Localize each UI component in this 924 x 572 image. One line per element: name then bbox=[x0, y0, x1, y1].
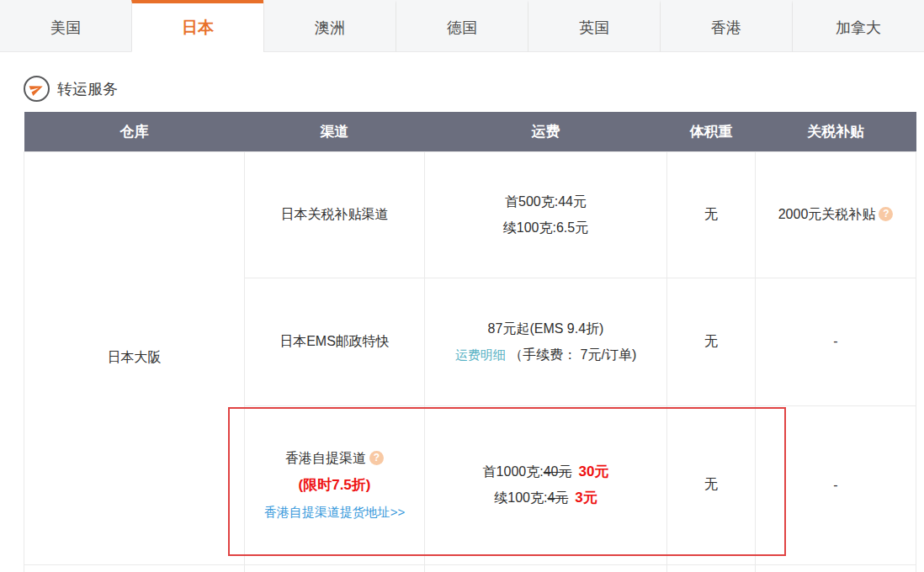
warehouse-cell: 日本大阪 bbox=[24, 151, 245, 564]
tab-canada[interactable]: 加拿大 bbox=[792, 0, 924, 52]
freight-table: 仓库 渠道 运费 体积重 关税补贴 日本大阪 日本关税补贴渠道 首500克:44… bbox=[24, 112, 916, 572]
channel-cell: 日本EMS邮政特快 bbox=[245, 278, 425, 405]
pickup-address-link[interactable]: 香港自提渠道提货地址>> bbox=[264, 505, 406, 519]
volumetric-cell: 无 bbox=[667, 405, 756, 564]
fee-cell: 首1000克:40元30元 续100克:4元3元 bbox=[425, 405, 667, 564]
section-head: 转运服务 bbox=[24, 76, 118, 102]
tab-japan[interactable]: 日本 bbox=[131, 0, 263, 52]
fee-first-weight: 首500克:44元 bbox=[425, 193, 666, 211]
fee-cell: 87元起(EMS 9.4折) 运费明细 （手续费： 7元/订单) bbox=[425, 278, 667, 405]
subsidy-cell: 2000元关税补贴? bbox=[756, 151, 916, 278]
header-channel: 渠道 bbox=[245, 112, 425, 151]
tab-usa[interactable]: 美国 bbox=[0, 0, 131, 52]
table-row-partial bbox=[24, 564, 916, 572]
header-volumetric: 体积重 bbox=[667, 112, 756, 151]
volumetric-cell: 无 bbox=[667, 151, 756, 278]
table-header-row: 仓库 渠道 运费 体积重 关税补贴 bbox=[24, 112, 916, 151]
country-tabbar: 美国 日本 澳洲 德国 英国 香港 加拿大 bbox=[0, 0, 924, 52]
section-title: 转运服务 bbox=[57, 79, 118, 99]
old-price: 40元 bbox=[544, 464, 572, 479]
channel-text: 香港自提渠道 bbox=[285, 451, 366, 465]
tab-australia[interactable]: 澳洲 bbox=[263, 0, 396, 52]
subsidy-cell: - bbox=[756, 278, 916, 405]
table-row: 日本大阪 日本关税补贴渠道 首500克:44元 续100克:6.5元 无 200… bbox=[24, 151, 916, 278]
fee-service-note: （手续费： 7元/订单) bbox=[509, 347, 636, 362]
tab-germany[interactable]: 德国 bbox=[396, 0, 528, 52]
header-warehouse: 仓库 bbox=[24, 112, 245, 151]
promo-label: (限时7.5折) bbox=[245, 476, 424, 495]
tab-uk[interactable]: 英国 bbox=[528, 0, 660, 52]
help-icon[interactable]: ? bbox=[879, 207, 893, 221]
old-price: 4元 bbox=[547, 490, 568, 505]
fee-additional-weight: 续100克:6.5元 bbox=[425, 219, 666, 237]
tab-hongkong[interactable]: 香港 bbox=[660, 0, 792, 52]
header-fee: 运费 bbox=[425, 112, 667, 151]
help-icon[interactable]: ? bbox=[369, 451, 384, 465]
fee-first-weight-prefix: 首1000克: bbox=[483, 464, 544, 479]
paper-plane-icon bbox=[24, 76, 50, 102]
channel-cell: 香港自提渠道? (限时7.5折) 香港自提渠道提货地址>> bbox=[245, 405, 425, 564]
volumetric-cell: 无 bbox=[667, 278, 756, 405]
fee-cell: 首500克:44元 续100克:6.5元 bbox=[425, 151, 667, 278]
subsidy-cell: - bbox=[756, 405, 916, 564]
channel-cell: 日本关税补贴渠道 bbox=[245, 151, 425, 278]
new-price: 30元 bbox=[578, 463, 608, 479]
fee-additional-weight-prefix: 续100克: bbox=[494, 490, 547, 505]
fee-detail-link[interactable]: 运费明细 bbox=[455, 347, 506, 362]
subsidy-text: 2000元关税补贴 bbox=[778, 207, 876, 221]
new-price: 3元 bbox=[575, 490, 597, 506]
header-subsidy: 关税补贴 bbox=[756, 112, 916, 151]
fee-base-price: 87元起(EMS 9.4折) bbox=[425, 320, 666, 338]
